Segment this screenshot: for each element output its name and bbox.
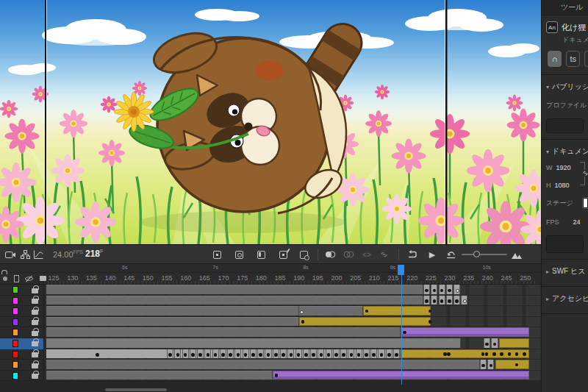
- keyframe-cell[interactable]: [446, 296, 453, 305]
- frame-span-tween-yellow[interactable]: [363, 306, 431, 316]
- layer-frames[interactable]: [44, 360, 541, 371]
- frame-span-static-mid[interactable]: [46, 338, 462, 348]
- keyframe-cell[interactable]: [431, 296, 437, 305]
- timeline-ruler[interactable]: 1251301351401451501551601651701751801851…: [0, 272, 541, 285]
- layer-row[interactable]: [0, 349, 541, 360]
- keyframe-cell[interactable]: [174, 349, 181, 359]
- keyframe-cell[interactable]: [453, 285, 460, 294]
- keyframe-cell[interactable]: [370, 349, 377, 359]
- keyframe-cell[interactable]: [356, 349, 362, 359]
- auto-keyframe-icon[interactable]: [276, 248, 290, 261]
- layer-outline-swatch[interactable]: [12, 372, 18, 379]
- outline-square-icon[interactable]: [14, 275, 19, 282]
- stage-color-swatch[interactable]: [583, 198, 588, 208]
- keyframe-cell[interactable]: [423, 296, 430, 305]
- layer-outline-swatch[interactable]: [12, 297, 18, 304]
- keyframe-cell[interactable]: [190, 349, 196, 359]
- width-value[interactable]: 1920: [556, 164, 571, 171]
- fps-value[interactable]: 24: [573, 218, 581, 226]
- highlight-dot-icon[interactable]: [3, 277, 7, 281]
- layer-lock-icon[interactable]: [32, 374, 38, 379]
- layer-row[interactable]: [0, 306, 541, 317]
- keyframe-cell[interactable]: [303, 349, 309, 359]
- object-mode-button[interactable]: ∩: [548, 51, 562, 67]
- frame-span-tween-yellow[interactable]: [401, 349, 529, 359]
- keyframe-cell[interactable]: [234, 349, 241, 359]
- keyframe-cell[interactable]: [386, 349, 392, 359]
- keyframe-cell[interactable]: [326, 349, 332, 359]
- layer-row[interactable]: [0, 338, 541, 349]
- keyframe-cell[interactable]: [257, 349, 264, 359]
- frame-span-static[interactable]: [299, 306, 363, 316]
- keyframe-cell[interactable]: [423, 285, 430, 294]
- tab-tools[interactable]: ツール: [542, 2, 583, 13]
- keyframe-cell[interactable]: [273, 349, 279, 359]
- link-wh-icon[interactable]: [582, 170, 588, 177]
- keyframe-cell[interactable]: [491, 338, 498, 348]
- keyframe-cell[interactable]: [348, 349, 354, 359]
- edit-multiple-frames-icon[interactable]: <>: [360, 248, 373, 261]
- layer-lock-icon[interactable]: [32, 363, 38, 368]
- layer-outline-swatch[interactable]: [12, 318, 18, 326]
- layer-frames[interactable]: [44, 285, 541, 296]
- layer-frames[interactable]: [44, 349, 541, 360]
- remove-frame-icon[interactable]: [297, 248, 310, 261]
- frame-span-tween-yellow[interactable]: [299, 317, 431, 327]
- layer-lock-icon[interactable]: [32, 320, 38, 325]
- insert-frame-icon[interactable]: [254, 248, 268, 261]
- frame-mode-button[interactable]: ts: [566, 51, 580, 67]
- publish-target-field[interactable]: [546, 118, 584, 133]
- keyframe-cell[interactable]: [287, 349, 294, 359]
- playhead-handle[interactable]: [398, 265, 404, 275]
- parenting-icon[interactable]: [18, 248, 32, 261]
- insert-blank-keyframe-icon[interactable]: [232, 248, 245, 261]
- accessibility-header[interactable]: ▸ アクセシビリティ: [542, 287, 588, 309]
- keyframe-cell[interactable]: [487, 360, 494, 369]
- keyframe-cell[interactable]: [480, 360, 487, 369]
- frame-span-tween-purple[interactable]: [401, 327, 529, 337]
- current-frame-display[interactable]: 218F: [85, 249, 103, 259]
- document-settings-button[interactable]: [546, 235, 584, 253]
- timeline-fps[interactable]: 24.00FPS: [53, 249, 83, 259]
- layer-outline-swatch[interactable]: [12, 340, 18, 347]
- keyframe-cell[interactable]: [431, 285, 437, 294]
- layer-outline-swatch[interactable]: [12, 351, 18, 358]
- keyframe-cell[interactable]: [227, 349, 234, 359]
- frame-span-static[interactable]: [46, 327, 401, 337]
- frame-span-static[interactable]: [46, 296, 423, 305]
- document-settings-header[interactable]: ▾ ドキュメント設定: [542, 140, 588, 162]
- frame-span-static[interactable]: [46, 306, 299, 316]
- frame-size-slider[interactable]: [462, 254, 507, 255]
- layer-frames[interactable]: [44, 306, 541, 317]
- keyframe-cell[interactable]: [453, 296, 460, 305]
- layer-row[interactable]: [0, 317, 541, 328]
- keyframe-cell[interactable]: [295, 349, 302, 359]
- layer-row[interactable]: [0, 296, 541, 307]
- onion-skin-icon[interactable]: [323, 248, 337, 261]
- keyframe-cell[interactable]: [243, 349, 249, 359]
- layer-frames[interactable]: [44, 317, 541, 328]
- layer-lock-icon[interactable]: [32, 288, 38, 293]
- reset-zoom-icon[interactable]: [444, 248, 457, 261]
- eye-slash-icon[interactable]: [24, 272, 34, 285]
- doc-mode-button[interactable]: [584, 51, 588, 67]
- keyframe-cell[interactable]: [484, 338, 490, 348]
- keyframe-cell[interactable]: [212, 349, 219, 359]
- keyframe-cell[interactable]: [393, 349, 400, 359]
- layer-frames[interactable]: [44, 327, 541, 338]
- keyframe-cell[interactable]: [204, 349, 211, 359]
- keyframe-cell[interactable]: [250, 349, 257, 359]
- layer-lock-icon[interactable]: [32, 341, 38, 346]
- insert-keyframe-icon[interactable]: [210, 248, 223, 261]
- keyframe-cell[interactable]: [363, 349, 370, 359]
- playhead-line[interactable]: [401, 265, 403, 385]
- keyframe-cell[interactable]: [310, 349, 317, 359]
- keyframe-cell[interactable]: [446, 285, 453, 294]
- swf-history-header[interactable]: ▸ SWF ヒストリー: [542, 260, 588, 282]
- stage-canvas[interactable]: [0, 0, 541, 244]
- keyframe-cell[interactable]: [461, 296, 467, 305]
- layer-lock-icon[interactable]: [32, 299, 38, 304]
- layer-outline-swatch[interactable]: [12, 361, 18, 368]
- keyframe-cell[interactable]: [182, 349, 189, 359]
- horizontal-scrollbar[interactable]: [105, 388, 167, 391]
